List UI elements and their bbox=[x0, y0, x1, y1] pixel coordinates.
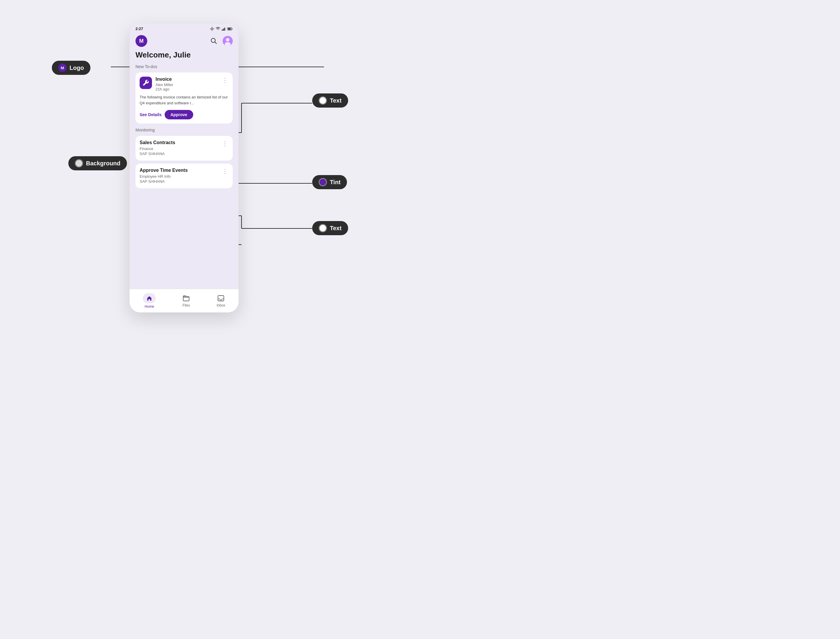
sales-contracts-menu-button[interactable]: ⋮ bbox=[222, 140, 228, 147]
user-avatar[interactable] bbox=[223, 36, 233, 46]
signal-icon bbox=[222, 27, 226, 31]
search-button[interactable] bbox=[209, 36, 219, 46]
battery-icon bbox=[227, 27, 233, 30]
tint-pill-icon bbox=[319, 178, 327, 186]
invoice-icon bbox=[139, 76, 152, 89]
svg-point-23 bbox=[211, 28, 213, 30]
approve-button[interactable]: Approve bbox=[165, 110, 193, 119]
approve-time-events-sub1: Employee HR Info bbox=[139, 174, 188, 179]
app-header: M bbox=[130, 33, 239, 51]
invoice-description: The following invoice contains an itemiz… bbox=[139, 94, 228, 106]
svg-rect-31 bbox=[225, 27, 226, 31]
invoice-actions: See Details Approve bbox=[139, 110, 228, 119]
invoice-menu-button[interactable]: ⋮ bbox=[222, 76, 228, 84]
files-icon bbox=[183, 295, 189, 301]
tint-annotation-label: Tint bbox=[330, 179, 341, 186]
approve-time-events-header: Approve Time Events Employee HR Info SAP… bbox=[139, 168, 228, 184]
phone-screen: 2:27 bbox=[130, 24, 239, 312]
text-pill-icon-1 bbox=[319, 96, 327, 105]
invoice-card: Invoice Alex Miller 21h ago ⋮ The follow… bbox=[135, 73, 233, 124]
avatar-image bbox=[223, 36, 233, 46]
svg-rect-30 bbox=[224, 28, 225, 31]
approve-time-events-menu-button[interactable]: ⋮ bbox=[222, 168, 228, 175]
app-logo[interactable]: M bbox=[135, 35, 147, 47]
text-annotation-label-2: Text bbox=[330, 225, 342, 232]
text-annotation-label-1: Text bbox=[330, 97, 342, 104]
tint-annotation: Tint bbox=[312, 175, 347, 189]
text-annotation-1: Text bbox=[312, 94, 348, 108]
text-pill-icon-2 bbox=[319, 224, 327, 232]
invoice-title: Invoice bbox=[155, 76, 218, 82]
svg-point-37 bbox=[226, 38, 230, 41]
files-icon-wrapper bbox=[182, 294, 190, 302]
todos-section-label: New To-dos bbox=[135, 64, 233, 69]
invoice-author: Alex Miller bbox=[155, 83, 218, 87]
approve-time-events-card: Approve Time Events Employee HR Info SAP… bbox=[135, 164, 233, 188]
nav-inbox-label: Inbox bbox=[217, 303, 225, 307]
tool-icon bbox=[142, 79, 149, 86]
sales-contracts-card: Sales Contracts Finance SAP S/4HANA ⋮ bbox=[135, 136, 233, 161]
phone-mockup: 2:27 bbox=[130, 24, 239, 312]
search-icon bbox=[211, 38, 217, 44]
monitoring-section-label: Monitoring bbox=[135, 128, 233, 132]
sales-contracts-sub2: SAP S/4HANA bbox=[139, 151, 175, 156]
content-area: Welcome, Julie New To-dos Invoice Alex M… bbox=[130, 51, 239, 191]
welcome-title: Welcome, Julie bbox=[135, 51, 233, 60]
status-icons bbox=[210, 27, 233, 31]
sales-contracts-title: Sales Contracts bbox=[139, 140, 175, 145]
text-annotation-2: Text bbox=[312, 221, 348, 235]
nav-files[interactable]: Files bbox=[182, 294, 190, 307]
sales-contracts-info: Sales Contracts Finance SAP S/4HANA bbox=[139, 140, 175, 156]
home-icon bbox=[146, 295, 152, 301]
svg-rect-33 bbox=[228, 28, 231, 29]
svg-rect-29 bbox=[223, 29, 224, 31]
svg-rect-28 bbox=[222, 29, 223, 31]
header-right bbox=[209, 36, 233, 46]
invoice-time: 21h ago bbox=[155, 87, 218, 91]
inbox-icon-wrapper bbox=[217, 294, 225, 302]
nav-home-label: Home bbox=[144, 304, 154, 308]
brightness-icon bbox=[210, 27, 214, 31]
background-pill-icon bbox=[75, 159, 83, 167]
home-icon-bg bbox=[143, 293, 156, 303]
logo-annotation: M Logo bbox=[52, 61, 90, 75]
sales-contracts-header: Sales Contracts Finance SAP S/4HANA ⋮ bbox=[139, 140, 228, 156]
background-annotation-label: Background bbox=[86, 160, 120, 167]
nav-inbox[interactable]: Inbox bbox=[217, 294, 225, 307]
logo-annotation-label: Logo bbox=[70, 65, 84, 72]
approve-time-events-title: Approve Time Events bbox=[139, 168, 188, 173]
wifi-icon bbox=[216, 27, 220, 31]
invoice-meta: Invoice Alex Miller 21h ago bbox=[155, 76, 218, 91]
background-annotation: Background bbox=[68, 156, 127, 170]
app-logo-letter: M bbox=[139, 38, 144, 44]
see-details-button[interactable]: See Details bbox=[139, 112, 162, 117]
nav-home[interactable]: Home bbox=[143, 293, 156, 308]
status-time: 2:27 bbox=[135, 27, 143, 31]
invoice-card-header: Invoice Alex Miller 21h ago ⋮ bbox=[139, 76, 228, 91]
approve-time-events-sub2: SAP S/4HANA bbox=[139, 179, 188, 184]
logo-pill-icon: M bbox=[58, 64, 67, 72]
inbox-icon bbox=[218, 295, 224, 301]
svg-line-35 bbox=[215, 42, 217, 44]
sales-contracts-sub1: Finance bbox=[139, 146, 175, 151]
bottom-nav: Home Files bbox=[130, 289, 239, 312]
status-bar: 2:27 bbox=[130, 24, 239, 33]
nav-files-label: Files bbox=[182, 303, 190, 307]
approve-time-events-info: Approve Time Events Employee HR Info SAP… bbox=[139, 168, 188, 184]
